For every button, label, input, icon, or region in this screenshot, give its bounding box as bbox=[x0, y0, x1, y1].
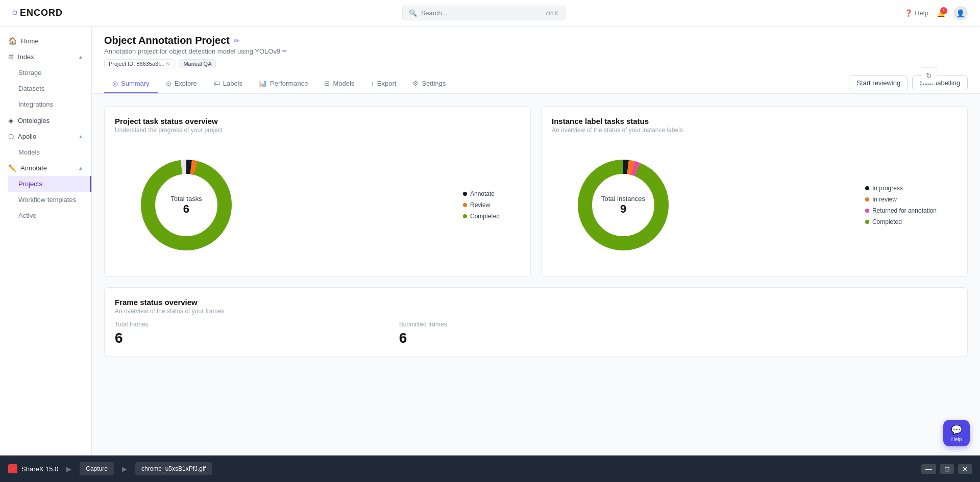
task-donut-label: Total tasks 6 bbox=[170, 195, 202, 216]
taskbar-filename-text: chrome_u5xsB1xPfJ.gif bbox=[141, 465, 206, 472]
user-avatar[interactable]: 👤 bbox=[953, 6, 968, 20]
task-donut-chart: Total tasks 6 bbox=[135, 154, 237, 256]
sidebar-section-annotate[interactable]: ✏️ Annotate ▲ bbox=[0, 160, 91, 176]
instance-status-card: Instance label tasks status An overview … bbox=[541, 106, 968, 277]
total-frames-label: Total frames bbox=[115, 321, 389, 328]
taskbar-app-icon bbox=[8, 464, 17, 473]
sidebar-item-home[interactable]: 🏠 Home bbox=[0, 33, 91, 49]
legend-annotate: Annotate bbox=[463, 190, 500, 197]
frame-status-subtitle: An overview of the status of your frames bbox=[115, 308, 957, 315]
annotate-dot bbox=[463, 192, 467, 196]
help-fab-label: Help bbox=[951, 437, 962, 442]
frame-status-section: Frame status overview An overview of the… bbox=[104, 287, 968, 357]
search-input[interactable] bbox=[421, 9, 523, 17]
sidebar-item-projects[interactable]: Projects bbox=[8, 176, 91, 192]
project-title-row: Object Annotation Project ✏ bbox=[104, 35, 968, 46]
inst-completed-label: Completed bbox=[872, 218, 902, 225]
refresh-button[interactable]: ↻ bbox=[921, 67, 937, 84]
instance-donut-label: Total instances 9 bbox=[601, 195, 645, 216]
chevron-up-annotate-icon: ▲ bbox=[78, 165, 83, 171]
task-status-subtitle: Understand the progress of your project bbox=[115, 126, 520, 134]
sidebar-section-apollo[interactable]: ⬡ Apollo ▲ bbox=[0, 129, 91, 144]
tab-models-label: Models bbox=[333, 80, 354, 87]
tab-summary-label: Summary bbox=[121, 80, 150, 87]
search-shortcut: ctrl K bbox=[546, 10, 559, 16]
copy-id-icon[interactable]: ⎘ bbox=[166, 61, 170, 67]
edit-desc-icon[interactable]: ✏ bbox=[282, 48, 287, 55]
layout: 🏠 Home ⊟ Index ▲ Storage Datasets Integr… bbox=[0, 27, 980, 455]
apollo-icon: ⬡ bbox=[8, 133, 14, 140]
tab-explore-label: Explore bbox=[175, 80, 197, 87]
taskbar-capture[interactable]: Capture bbox=[80, 462, 114, 475]
tab-models-icon: ⊞ bbox=[324, 80, 330, 87]
submitted-frames-label: Submitted frames bbox=[399, 321, 673, 328]
taskbar-filename[interactable]: chrome_u5xsB1xPfJ.gif bbox=[135, 462, 212, 475]
minimize-button[interactable]: — bbox=[921, 464, 936, 474]
review-dot bbox=[463, 203, 467, 207]
project-tabs: ◎ Summary ⊙ Explore 🏷 Labels 📊 Performan… bbox=[104, 74, 968, 93]
total-tasks-value: 6 bbox=[170, 202, 202, 216]
tab-export[interactable]: ↑ Export bbox=[362, 74, 404, 93]
sidebar-item-ontologies[interactable]: ◈ Ontologies bbox=[0, 112, 91, 129]
legend-review: Review bbox=[463, 201, 500, 209]
project-description: Annotation project for object detection … bbox=[104, 47, 968, 55]
content-area: Project task status overview Understand … bbox=[92, 94, 980, 369]
frame-stat-total: Total frames 6 bbox=[115, 321, 389, 346]
completed-dot bbox=[463, 214, 467, 218]
notification-button[interactable]: 🔔 1 bbox=[937, 9, 945, 17]
task-legend: Annotate Review Completed bbox=[463, 190, 500, 220]
close-button[interactable]: ✕ bbox=[958, 464, 972, 474]
sidebar-datasets-label: Datasets bbox=[18, 85, 44, 92]
help-label: Help bbox=[915, 9, 928, 17]
taskbar-app-label: ShareX 15.0 bbox=[21, 465, 58, 473]
in-review-label: In review bbox=[872, 196, 897, 203]
help-link[interactable]: ❓ Help bbox=[904, 9, 928, 17]
sidebar-workflow-templates-label: Workflow templates bbox=[18, 196, 76, 204]
tab-settings[interactable]: ⚙ Settings bbox=[404, 74, 454, 93]
search-bar[interactable]: 🔍 ctrl K bbox=[402, 6, 566, 20]
instance-donut-chart: Total instances 9 bbox=[572, 154, 674, 256]
sidebar-active-label: Active bbox=[18, 212, 36, 219]
taskbar-separator-2: ▶ bbox=[122, 465, 127, 473]
sidebar-section-index[interactable]: ⊟ Index ▲ bbox=[0, 49, 91, 65]
sidebar-item-models[interactable]: Models bbox=[8, 144, 91, 160]
tab-export-icon: ↑ bbox=[371, 80, 374, 87]
search-icon: 🔍 bbox=[409, 9, 417, 17]
user-icon: 👤 bbox=[956, 9, 965, 17]
tab-explore[interactable]: ⊙ Explore bbox=[158, 74, 205, 93]
legend-inst-completed: Completed bbox=[865, 218, 937, 225]
start-reviewing-button[interactable]: Start reviewing bbox=[849, 75, 908, 90]
project-title: Object Annotation Project bbox=[104, 35, 230, 46]
tab-labels-icon: 🏷 bbox=[213, 80, 220, 87]
manual-qa-label: Manual QA bbox=[183, 61, 211, 67]
sidebar-item-active[interactable]: Active bbox=[8, 208, 91, 223]
taskbar-separator: ▶ bbox=[66, 465, 71, 473]
main-content: Object Annotation Project ✏ Annotation p… bbox=[92, 27, 980, 455]
tab-summary-icon: ◎ bbox=[112, 80, 118, 87]
sidebar-item-workflow-templates[interactable]: Workflow templates bbox=[8, 192, 91, 208]
sidebar-item-integrations[interactable]: Integrations bbox=[8, 96, 91, 112]
in-review-dot bbox=[865, 197, 869, 201]
tab-labels[interactable]: 🏷 Labels bbox=[205, 74, 251, 93]
total-frames-value: 6 bbox=[115, 330, 389, 346]
returned-dot bbox=[865, 209, 869, 213]
edit-title-icon[interactable]: ✏ bbox=[234, 37, 240, 45]
tab-summary[interactable]: ◎ Summary bbox=[104, 74, 158, 93]
help-fab-icon: 💬 bbox=[951, 424, 962, 436]
restore-button[interactable]: ⊡ bbox=[940, 464, 954, 474]
project-id-badge[interactable]: Project ID: 86635a3f... ⎘ bbox=[104, 59, 175, 68]
sidebar-storage-label: Storage bbox=[18, 69, 42, 77]
topbar: ⬡ ENCORD 🔍 ctrl K ❓ Help 🔔 1 👤 bbox=[0, 0, 980, 27]
taskbar-app: ShareX 15.0 bbox=[8, 464, 58, 473]
inst-completed-dot bbox=[865, 220, 869, 224]
sidebar-item-storage[interactable]: Storage bbox=[8, 65, 91, 81]
total-tasks-label: Total tasks bbox=[170, 195, 202, 202]
tab-models[interactable]: ⊞ Models bbox=[316, 74, 362, 93]
instance-status-subtitle: An overview of the status of your instan… bbox=[552, 126, 957, 134]
returned-label: Returned for annotation bbox=[872, 207, 937, 214]
tab-settings-label: Settings bbox=[422, 80, 446, 87]
help-fab[interactable]: 💬 Help bbox=[943, 420, 970, 446]
instance-legend: In progress In review Returned for annot… bbox=[865, 185, 937, 225]
sidebar-item-datasets[interactable]: Datasets bbox=[8, 81, 91, 96]
tab-performance[interactable]: 📊 Performance bbox=[251, 74, 316, 93]
